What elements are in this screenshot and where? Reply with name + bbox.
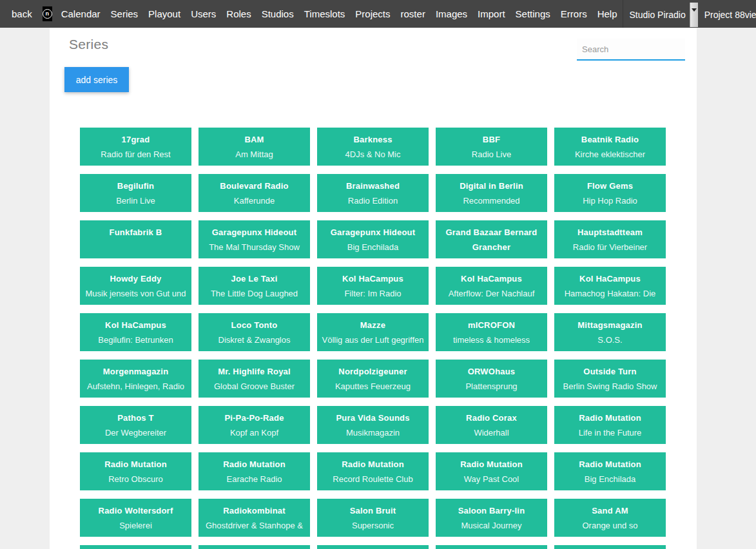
series-card[interactable]: Digital in Berlin Recommended bbox=[436, 174, 547, 212]
series-card[interactable]: Funkfabrik B bbox=[80, 220, 191, 258]
nav-item-studios[interactable]: Studios bbox=[257, 8, 299, 19]
series-card[interactable]: Silentium Geschichten bbox=[317, 545, 429, 549]
pi-radio-logo-icon[interactable]: n bbox=[43, 6, 52, 21]
series-card-title: Grand Bazaar Bernard Grancher bbox=[439, 225, 544, 255]
series-card[interactable]: mICROFON timeless & homeless bbox=[436, 313, 547, 351]
series-card[interactable]: Mittagsmagazin S.O.S. bbox=[554, 313, 666, 351]
series-card-title: Beatnik Radio bbox=[557, 132, 663, 147]
series-card-subtitle: Hip Hop Radio bbox=[557, 193, 663, 209]
series-card[interactable]: Mazze Völlig aus der Luft gegriffen bbox=[317, 313, 429, 351]
nav-menu: CalendarSeriesPlayoutUsersRolesStudiosTi… bbox=[56, 8, 623, 19]
project-select[interactable]: Project 88vier bbox=[698, 3, 756, 27]
series-card[interactable]: Pathos T Der Wegbereiter bbox=[80, 406, 191, 444]
series-card-subtitle: Ghostdriver & Stanhope & bbox=[202, 518, 307, 534]
series-card-subtitle: Kopf an Kopf bbox=[202, 425, 307, 441]
series-card-subtitle: Way Past Cool bbox=[439, 472, 544, 487]
nav-item-settings[interactable]: Settings bbox=[510, 8, 556, 19]
series-card-title: Saloon Barry-lin bbox=[439, 503, 544, 518]
series-card-subtitle: Filter: Im Radio bbox=[320, 286, 425, 302]
series-card[interactable]: Kol HaCampus Filter: Im Radio bbox=[317, 267, 429, 305]
series-card[interactable]: Subtracks To Released bbox=[554, 545, 666, 549]
series-card[interactable]: Boulevard Radio Kafferunde bbox=[199, 174, 310, 212]
series-card-title: Loco Tonto bbox=[202, 318, 307, 332]
series-card[interactable]: Shooshka Joyful Noise bbox=[199, 545, 310, 549]
series-card[interactable]: Radio Corax Widerhall bbox=[436, 406, 547, 444]
series-card-subtitle: Musical Journey bbox=[439, 518, 544, 534]
series-card-subtitle: Big Enchilada bbox=[557, 472, 663, 487]
nav-item-projects[interactable]: Projects bbox=[350, 8, 395, 19]
series-card-title: Radio Mutation bbox=[557, 410, 663, 425]
series-card-subtitle: Völlig aus der Luft gegriffen bbox=[320, 332, 425, 348]
back-button[interactable]: back bbox=[6, 8, 37, 19]
search-input[interactable] bbox=[577, 39, 685, 61]
series-card[interactable]: Grand Bazaar Bernard Grancher bbox=[436, 220, 547, 258]
series-card[interactable]: Kol HaCampus Begilufin: Betrunken bbox=[80, 313, 191, 351]
series-card-title: Outside Turn bbox=[557, 364, 663, 379]
nav-item-help[interactable]: Help bbox=[592, 8, 623, 19]
series-card[interactable]: Beatnik Radio Kirche eklektischer bbox=[554, 128, 666, 166]
series-card[interactable]: Nordpolzigeuner Kaputtes Feuerzeug bbox=[317, 360, 429, 398]
series-card[interactable]: Barkness 4DJs & No Mic bbox=[317, 128, 429, 166]
series-card-subtitle: Supersonic bbox=[320, 518, 425, 534]
series-card-title: Hauptstadtteam bbox=[557, 225, 663, 240]
series-card[interactable]: Radiokombinat Ghostdriver & Stanhope & bbox=[199, 499, 310, 537]
series-card-title: Boulevard Radio bbox=[202, 178, 307, 193]
series-card-subtitle: Afterflow: Der Nachlauf bbox=[439, 286, 544, 302]
series-card[interactable]: Kol HaCampus Afterflow: Der Nachlauf bbox=[436, 267, 547, 305]
nav-item-timeslots[interactable]: Timeslots bbox=[299, 8, 351, 19]
nav-item-roles[interactable]: Roles bbox=[221, 8, 256, 19]
add-series-button[interactable]: add series bbox=[64, 67, 129, 92]
series-card[interactable]: Loco Tonto Diskret & Zwanglos bbox=[199, 313, 310, 351]
series-card[interactable]: Radio Mutation Way Past Cool bbox=[436, 452, 547, 490]
nav-item-calendar[interactable]: Calendar bbox=[56, 8, 106, 19]
series-card[interactable]: Sand FM Orange und Gäste bbox=[80, 545, 191, 549]
nav-item-series[interactable]: Series bbox=[106, 8, 144, 19]
nav-item-roster[interactable]: roster bbox=[396, 8, 431, 19]
series-card[interactable]: Garagepunx Hideout The Mal Thursday Show bbox=[199, 220, 310, 258]
series-card[interactable]: Radio Woltersdorf Spielerei bbox=[80, 499, 191, 537]
series-card[interactable]: Pi-Pa-Po-Rade Kopf an Kopf bbox=[199, 406, 310, 444]
series-card-subtitle: Diskret & Zwanglos bbox=[202, 332, 307, 348]
nav-item-images[interactable]: Images bbox=[431, 8, 472, 19]
series-card-title: Howdy Eddy bbox=[83, 271, 188, 286]
series-card[interactable]: Sand AM Orange und so bbox=[554, 499, 666, 537]
series-card-title: Barkness bbox=[320, 132, 425, 147]
series-card[interactable]: Kol HaCampus Hamachog Hakatan: Die bbox=[554, 267, 666, 305]
series-card[interactable]: Radio Mutation Earache Radio bbox=[199, 452, 310, 490]
chevron-down-icon[interactable] bbox=[690, 3, 698, 27]
series-card-subtitle: Kaputtes Feuerzeug bbox=[320, 379, 425, 394]
nav-item-playout[interactable]: Playout bbox=[143, 8, 186, 19]
series-card[interactable]: Joe Le Taxi The Little Dog Laughed bbox=[199, 267, 310, 305]
series-card[interactable]: Saloon Barry-lin Musical Journey bbox=[436, 499, 547, 537]
series-card[interactable]: Salon Bruit Supersonic bbox=[317, 499, 429, 537]
series-card[interactable]: Mr. Highlife Royal Global Groove Buster bbox=[199, 360, 310, 398]
nav-select-group: Studio Piradio Project 88vier bbox=[623, 0, 756, 28]
series-card[interactable]: Radio Mutation Big Enchilada bbox=[554, 452, 666, 490]
series-card[interactable]: 17grad Radio für den Rest bbox=[80, 128, 191, 166]
studio-select[interactable]: Studio Piradio bbox=[623, 3, 698, 27]
series-card[interactable]: Stroko & Martin It's all in a technicolo… bbox=[436, 545, 547, 549]
series-card[interactable]: Radio Mutation Life in the Future bbox=[554, 406, 666, 444]
series-card[interactable]: BAM Am Mittag bbox=[199, 128, 310, 166]
series-card[interactable]: Begilufin Berlin Live bbox=[80, 174, 191, 212]
series-card-title: Flow Gems bbox=[557, 178, 663, 193]
series-card[interactable]: Morgenmagazin Aufstehn, Hinlegen, Radio bbox=[80, 360, 191, 398]
nav-item-users[interactable]: Users bbox=[186, 8, 221, 19]
series-card[interactable]: BBF Radio Live bbox=[436, 128, 547, 166]
series-card[interactable]: Hauptstadtteam Radio für Vierbeiner bbox=[554, 220, 666, 258]
series-card[interactable]: Garagepunx Hideout Big Enchilada bbox=[317, 220, 429, 258]
series-card[interactable]: Radio Mutation Record Roulette Club bbox=[317, 452, 429, 490]
series-card[interactable]: Howdy Eddy Musik jenseits von Gut und bbox=[80, 267, 191, 305]
series-card[interactable]: Radio Mutation Retro Obscuro bbox=[80, 452, 191, 490]
nav-item-import[interactable]: Import bbox=[472, 8, 510, 19]
series-card-subtitle: Spielerei bbox=[83, 518, 188, 534]
nav-item-errors[interactable]: Errors bbox=[556, 8, 592, 19]
series-card[interactable]: Pura Vida Sounds Musikmagazin bbox=[317, 406, 429, 444]
series-card-subtitle: Radio Edition bbox=[320, 193, 425, 209]
series-card[interactable]: Flow Gems Hip Hop Radio bbox=[554, 174, 666, 212]
series-card-title: Joe Le Taxi bbox=[202, 271, 307, 286]
series-card[interactable]: Brainwashed Radio Edition bbox=[317, 174, 429, 212]
series-card[interactable]: Outside Turn Berlin Swing Radio Show bbox=[554, 360, 666, 398]
series-card-title: Pathos T bbox=[83, 410, 188, 425]
series-card[interactable]: ORWOhaus Plattensprung bbox=[436, 360, 547, 398]
